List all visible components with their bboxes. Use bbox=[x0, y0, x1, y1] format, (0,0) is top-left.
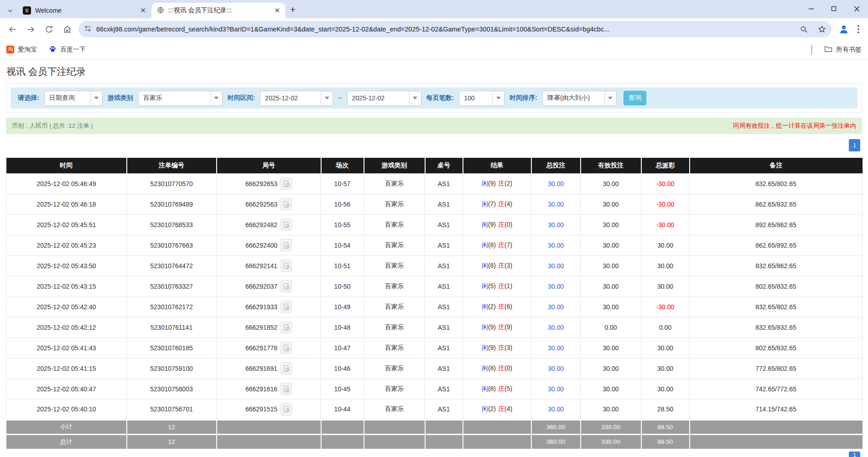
cell-total-bet[interactable]: 30.00 bbox=[531, 194, 581, 214]
video-replay-button[interactable] bbox=[281, 342, 292, 354]
game-category-select[interactable]: 百家乐 bbox=[138, 91, 223, 106]
banker-score: (2) bbox=[504, 180, 512, 187]
tab-search-chevron-icon[interactable] bbox=[3, 3, 17, 18]
video-replay-button[interactable] bbox=[281, 321, 292, 333]
cell-total-bet[interactable]: 30.00 bbox=[531, 399, 581, 420]
cell-valid-bet: 30.00 bbox=[581, 173, 641, 194]
sort-order-select[interactable]: 降幂(由大到小) bbox=[542, 91, 617, 106]
page-1-button[interactable]: 1 bbox=[849, 139, 860, 151]
cell-session: 10-44 bbox=[321, 399, 364, 420]
cell-total-bet[interactable]: 30.00 bbox=[531, 173, 581, 194]
cell-result: 闲(9)庄(0) bbox=[463, 214, 531, 235]
cell-total-bet[interactable]: 30.00 bbox=[531, 235, 581, 255]
round-number: 666291933 bbox=[245, 303, 277, 311]
page-size-select[interactable]: 100 bbox=[459, 91, 504, 106]
banker-score: (9) bbox=[504, 323, 512, 331]
table-row: 2025-12-02 05:45:23523010767663666292400… bbox=[6, 235, 863, 255]
page-content: 视讯 会员下注纪录 请选择: 日期查询 游戏类别 百家乐 时间区间: 2025-… bbox=[0, 65, 868, 449]
video-replay-button[interactable] bbox=[281, 218, 292, 231]
video-replay-button[interactable] bbox=[281, 239, 292, 251]
cell-total-bet[interactable]: 30.00 bbox=[531, 338, 581, 358]
cell-time: 2025-12-02 05:40:47 bbox=[6, 379, 127, 399]
player-score: (8) bbox=[488, 262, 496, 269]
select-label: 请选择: bbox=[18, 94, 39, 102]
cell-total-bet[interactable]: 30.00 bbox=[531, 358, 581, 379]
all-bookmarks-button[interactable]: 所有书签 bbox=[824, 45, 862, 54]
forward-icon[interactable] bbox=[22, 21, 39, 38]
cell-note: 742.65/772.65 bbox=[690, 379, 863, 399]
cell-session: 10-51 bbox=[321, 255, 364, 276]
tab-close-icon[interactable]: ✕ bbox=[273, 6, 281, 15]
query-type-select[interactable]: 日期查询 bbox=[44, 91, 103, 106]
page-1-button-bottom[interactable]: 1 bbox=[849, 452, 860, 457]
cell-total-bet[interactable]: 30.00 bbox=[531, 379, 581, 399]
cell-payout: 30.00 bbox=[641, 358, 690, 379]
minimize-button[interactable] bbox=[800, 0, 822, 17]
tab-welcome[interactable]: ♛ Welcome ✕ bbox=[17, 3, 151, 18]
video-replay-button[interactable] bbox=[281, 280, 292, 292]
column-header: 游戏类别 bbox=[364, 158, 425, 173]
cell-game: 百家乐 bbox=[364, 194, 425, 214]
site-info-icon[interactable] bbox=[84, 25, 92, 34]
player-label: 闲 bbox=[482, 364, 488, 372]
chevron-down-icon[interactable] bbox=[604, 91, 616, 105]
search-button[interactable]: 查询 bbox=[624, 91, 646, 105]
cell-result: 闲(8)庄(0) bbox=[463, 358, 531, 379]
bookmark-taobao[interactable]: 淘 爱淘宝 bbox=[6, 46, 37, 54]
home-icon[interactable] bbox=[58, 21, 76, 38]
date-start-input[interactable]: 2025-12-02 bbox=[260, 91, 333, 106]
banker-label: 庄 bbox=[498, 200, 504, 208]
cell-valid-bet: 30.00 bbox=[581, 296, 641, 317]
player-label: 闲 bbox=[482, 405, 488, 412]
cell-time: 2025-12-02 05:42:40 bbox=[6, 296, 127, 317]
chevron-down-icon[interactable] bbox=[492, 91, 504, 105]
browser-window: ♛ Welcome ✕ :::视讯 会员下注纪录::: ✕ + bbox=[0, 0, 868, 59]
video-replay-button[interactable] bbox=[281, 403, 292, 415]
reload-icon[interactable] bbox=[40, 21, 57, 38]
cell-time: 2025-12-02 05:43:15 bbox=[6, 276, 127, 296]
close-window-button[interactable] bbox=[845, 0, 868, 17]
cell-total-bet[interactable]: 30.00 bbox=[531, 255, 581, 276]
cell-note: 802.65/832.65 bbox=[690, 338, 863, 358]
chevron-down-icon[interactable] bbox=[409, 91, 421, 105]
round-number: 666291852 bbox=[245, 324, 277, 331]
cell-payout: -30.00 bbox=[641, 296, 690, 317]
cell-total-bet[interactable]: 30.00 bbox=[531, 214, 581, 235]
tab-close-icon[interactable]: ✕ bbox=[139, 6, 147, 15]
chevron-down-icon[interactable] bbox=[210, 91, 222, 105]
cell-session: 10-47 bbox=[321, 338, 364, 358]
zoom-icon[interactable] bbox=[797, 22, 811, 36]
cell-valid-bet: 30.00 bbox=[581, 235, 641, 255]
video-replay-button[interactable] bbox=[281, 362, 292, 374]
video-replay-button[interactable] bbox=[281, 260, 292, 272]
video-replay-button[interactable] bbox=[281, 198, 292, 210]
cell-table: AS1 bbox=[425, 296, 463, 317]
profile-avatar-icon[interactable] bbox=[836, 21, 852, 37]
sort-label: 时间排序: bbox=[509, 94, 537, 102]
video-replay-button[interactable] bbox=[281, 177, 292, 190]
bookmark-baidu[interactable]: 百度一下 bbox=[49, 45, 86, 54]
filter-bar: 请选择: 日期查询 游戏类别 百家乐 时间区间: 2025-12-02 ~ 20… bbox=[10, 88, 858, 109]
subtotal-row: 小计 12 360.00 330.00 88.50 bbox=[6, 420, 863, 434]
video-replay-button[interactable] bbox=[281, 301, 292, 313]
cell-payout: 30.00 bbox=[641, 338, 690, 358]
maximize-button[interactable] bbox=[822, 0, 845, 17]
chevron-down-icon[interactable] bbox=[321, 91, 333, 105]
chevron-down-icon[interactable] bbox=[90, 91, 102, 105]
tab-betrecord[interactable]: :::视讯 会员下注纪录::: ✕ bbox=[151, 3, 286, 18]
cell-total-bet[interactable]: 30.00 bbox=[531, 317, 581, 338]
date-end-input[interactable]: 2025-12-02 bbox=[347, 91, 421, 106]
welcome-tab-favicon-icon: ♛ bbox=[23, 6, 31, 15]
browser-menu-icon[interactable] bbox=[852, 21, 864, 37]
cell-result: 闲(8)庄(3) bbox=[463, 255, 531, 276]
bookmark-star-icon[interactable] bbox=[815, 22, 829, 36]
cell-total-bet[interactable]: 30.00 bbox=[531, 276, 581, 296]
url-text[interactable]: 66cxkj98.com/game/betrecord_search/kind3… bbox=[96, 26, 792, 33]
video-replay-button[interactable] bbox=[281, 383, 292, 395]
banker-score: (0) bbox=[504, 364, 512, 372]
cell-total-bet[interactable]: 30.00 bbox=[531, 296, 581, 317]
url-bar[interactable]: 66cxkj98.com/game/betrecord_search/kind3… bbox=[78, 21, 832, 37]
back-icon[interactable] bbox=[4, 21, 21, 38]
banker-score: (0) bbox=[504, 221, 512, 228]
new-tab-button[interactable]: + bbox=[286, 2, 300, 17]
